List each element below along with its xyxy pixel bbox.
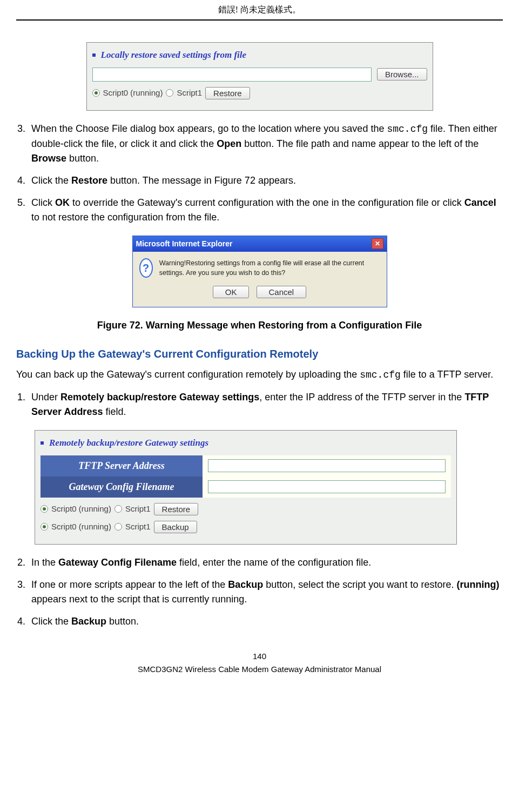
popup-message: Warning!Restoring settings from a config… <box>159 258 380 279</box>
config-filename-input[interactable] <box>208 480 446 493</box>
text: field. <box>103 406 126 417</box>
restore-script0-label: Script0 (running) <box>51 503 111 515</box>
backup-script0-label: Script0 (running) <box>51 521 111 533</box>
local-restore-title: Locally restore saved settings from file <box>101 48 247 62</box>
script1-radio[interactable] <box>166 89 173 97</box>
page-header: 錯誤! 尚未定義樣式。 <box>16 0 503 21</box>
backup-script0-radio[interactable] <box>41 523 48 531</box>
text: button. The file path and name appear to… <box>241 138 478 149</box>
step-3: When the Choose File dialog box appears,… <box>28 122 503 166</box>
text: If one or more scripts appear to the lef… <box>31 579 228 590</box>
step-c4: Click the Backup button. <box>28 614 503 629</box>
section2-intro: You can back up the Gateway's current co… <box>16 367 503 382</box>
text: to override the Gateway's current config… <box>70 197 464 208</box>
config-filename-label: Gateway Config Filename <box>41 477 203 498</box>
file-path-input[interactable] <box>92 68 372 82</box>
text: appears next to the script that is curre… <box>31 594 247 605</box>
page-number: 140 <box>16 650 503 663</box>
bold-text: Backup <box>228 579 263 590</box>
text: In the <box>31 557 58 568</box>
text: button. <box>106 616 139 627</box>
tftp-address-input[interactable] <box>208 459 446 472</box>
restore-button[interactable]: Restore <box>205 87 250 99</box>
step-b1: Under Remotely backup/restore Gateway se… <box>28 390 503 419</box>
bold-text: Browse <box>31 153 66 164</box>
step-c3: If one or more scripts appear to the lef… <box>28 578 503 607</box>
bold-text: (running) <box>456 579 499 590</box>
text: When the Choose File dialog box appears,… <box>31 123 387 134</box>
bold-text: Remotely backup/restore Gateway settings <box>60 392 259 402</box>
bold-text: Cancel <box>464 197 496 208</box>
remote-backup-panel: Remotely backup/restore Gateway settings… <box>35 430 457 545</box>
bold-text: Restore <box>71 175 107 186</box>
text: button. <box>66 153 99 164</box>
step-5: Click OK to override the Gateway's curre… <box>28 196 503 225</box>
section2-title: Backing Up the Gateway's Current Configu… <box>16 346 503 362</box>
backup-script1-radio[interactable] <box>114 523 122 531</box>
browse-button[interactable]: Browse... <box>377 68 427 80</box>
text: file to a TFTP server. <box>401 369 493 380</box>
text: button. The message in Figure 72 appears… <box>107 175 296 186</box>
restore-script1-label: Script1 <box>125 503 151 515</box>
figure72-caption: Figure 72. Warning Message when Restorin… <box>16 318 503 333</box>
script1-label: Script1 <box>177 87 202 99</box>
step-c2: In the Gateway Config Filename field, en… <box>28 555 503 570</box>
text: to not restore the configuration from th… <box>31 212 219 223</box>
remote-settings-table: TFTP Server Address Gateway Config Filen… <box>41 455 451 498</box>
text: Click the <box>31 175 71 186</box>
remote-restore-button[interactable]: Restore <box>154 503 199 515</box>
page-footer: 140 SMCD3GN2 Wireless Cable Modem Gatewa… <box>16 650 503 676</box>
bold-text: OK <box>55 197 70 208</box>
remote-panel-title: Remotely backup/restore Gateway settings <box>49 436 208 450</box>
restore-script0-radio[interactable] <box>41 505 48 513</box>
bold-text: Gateway Config Filename <box>58 557 177 568</box>
bold-text: Open <box>217 138 241 149</box>
tftp-address-label: TFTP Server Address <box>41 455 203 477</box>
steps-list-b: Under Remotely backup/restore Gateway se… <box>16 390 503 419</box>
text: field, enter the name of the configurati… <box>177 557 371 568</box>
close-icon[interactable]: ✕ <box>372 238 383 249</box>
bullet-icon <box>92 53 96 57</box>
popup-title: Microsoft Internet Explorer <box>136 238 233 250</box>
code-text: smc.cfg <box>360 370 401 380</box>
code-text: smc.cfg <box>387 124 428 135</box>
text: Click <box>31 197 55 208</box>
bullet-icon <box>41 441 44 445</box>
script0-label: Script0 (running) <box>103 87 163 99</box>
text: Click the <box>31 616 71 627</box>
doc-title: SMCD3GN2 Wireless Cable Modem Gateway Ad… <box>138 665 381 674</box>
warning-popup: Microsoft Internet Explorer ✕ ? Warning!… <box>132 236 387 308</box>
question-icon: ? <box>139 258 153 278</box>
text: button, select the script you want to re… <box>263 579 456 590</box>
steps-list-c: In the Gateway Config Filename field, en… <box>16 555 503 629</box>
steps-list-a: When the Choose File dialog box appears,… <box>16 122 503 225</box>
bold-text: Backup <box>71 616 106 627</box>
restore-script1-radio[interactable] <box>114 505 122 513</box>
local-restore-panel: Locally restore saved settings from file… <box>86 42 433 111</box>
step-4: Click the Restore button. The message in… <box>28 173 503 188</box>
cancel-button[interactable]: Cancel <box>257 286 307 298</box>
script0-radio[interactable] <box>92 89 100 97</box>
text: Under <box>31 392 60 402</box>
ok-button[interactable]: OK <box>213 286 250 298</box>
backup-script1-label: Script1 <box>125 521 151 533</box>
backup-button[interactable]: Backup <box>154 521 197 533</box>
text: You can back up the Gateway's current co… <box>16 369 360 380</box>
text: , enter the IP address of the TFTP serve… <box>259 392 464 402</box>
